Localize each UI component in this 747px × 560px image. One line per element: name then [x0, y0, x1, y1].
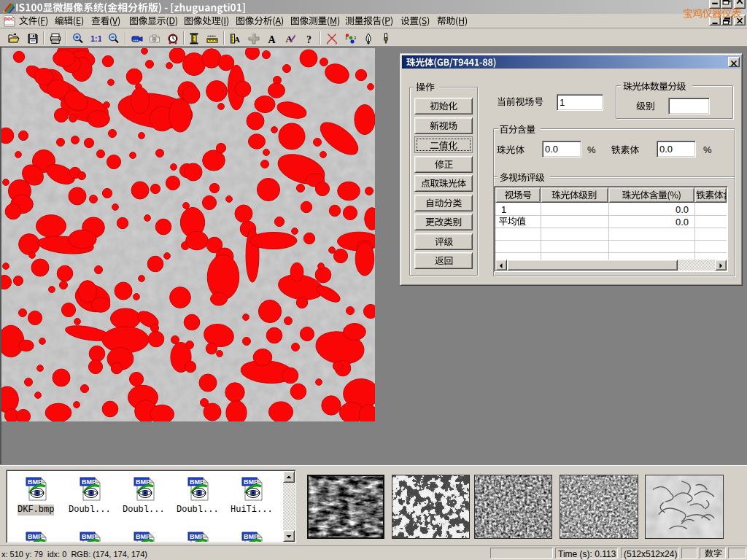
svg-text:1:1: 1:1 [90, 34, 101, 43]
svg-text:3: 3 [354, 36, 356, 40]
svg-text:DOC: DOC [4, 17, 15, 21]
svg-text:A: A [268, 34, 276, 45]
svg-text:A: A [234, 35, 240, 44]
svg-text:?: ? [306, 34, 311, 45]
